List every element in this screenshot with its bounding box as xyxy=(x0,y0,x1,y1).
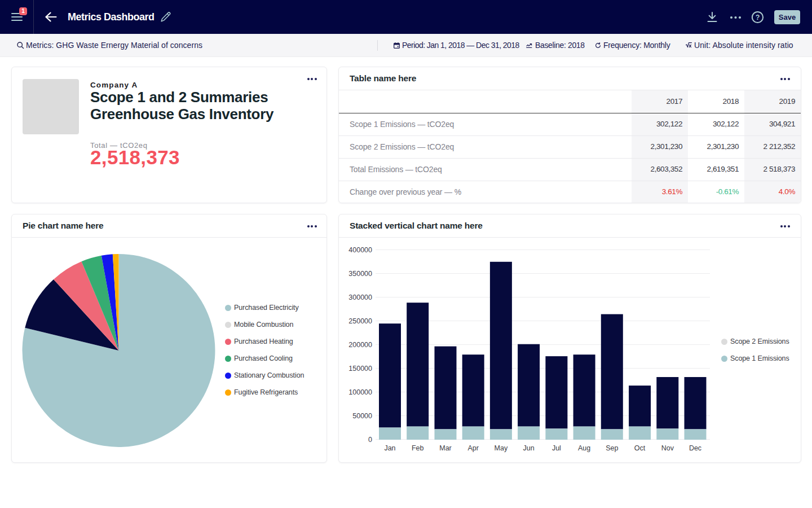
svg-text:200000: 200000 xyxy=(348,341,372,349)
svg-text:350000: 350000 xyxy=(348,270,372,278)
svg-text:Feb: Feb xyxy=(412,444,424,452)
svg-text:Jan: Jan xyxy=(384,444,395,452)
svg-text:Apr: Apr xyxy=(467,444,478,452)
svg-text:?: ? xyxy=(756,14,760,21)
svg-text:Jul: Jul xyxy=(552,444,561,452)
svg-text:400000: 400000 xyxy=(348,246,372,254)
svg-text:Oct: Oct xyxy=(634,444,646,452)
svg-text:Aug: Aug xyxy=(578,444,590,452)
svg-text:50000: 50000 xyxy=(352,412,372,420)
svg-text:Nov: Nov xyxy=(661,444,674,452)
svg-text:Mar: Mar xyxy=(439,444,452,452)
svg-text:250000: 250000 xyxy=(348,317,372,325)
svg-text:150000: 150000 xyxy=(348,365,372,373)
svg-text:0: 0 xyxy=(368,436,372,444)
svg-text:Dec: Dec xyxy=(689,444,701,452)
svg-text:May: May xyxy=(495,444,508,452)
svg-text:Jun: Jun xyxy=(523,444,535,452)
svg-text:Sep: Sep xyxy=(606,444,618,452)
svg-text:100000: 100000 xyxy=(348,388,372,396)
svg-text:300000: 300000 xyxy=(348,294,372,301)
